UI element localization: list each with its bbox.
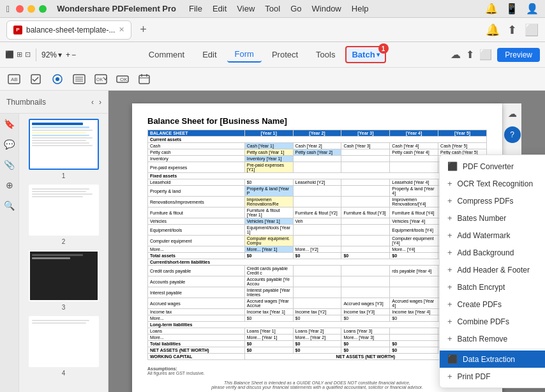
menu-tool[interactable]: Tool (265, 4, 280, 13)
ocr-icon: + (447, 179, 452, 188)
thumbnail-page-4[interactable]: 4 (29, 316, 99, 377)
text-field-tool[interactable]: AB (5, 70, 23, 88)
attachment-icon[interactable]: 📎 (4, 160, 15, 170)
row-furniture: Furniture & fitout (148, 207, 245, 218)
preview-button[interactable]: Preview (497, 48, 540, 62)
menu-bates[interactable]: + Bates Number (440, 209, 545, 227)
row-cc: Credit cards payable (148, 266, 245, 276)
menu-edit[interactable]: Edit (213, 4, 227, 13)
menu-create-pdfs[interactable]: + Create PDFs (440, 296, 545, 313)
menu-encrypt[interactable]: + Batch Encrypt (440, 278, 545, 296)
menu-watermark[interactable]: + Add Watermark (440, 227, 545, 244)
lh-y2: Leasehold [Y2] (293, 179, 341, 186)
upload-icon[interactable]: ⬆ (466, 49, 474, 61)
veh-y2: Veh (293, 218, 341, 225)
thumbnail-page-2[interactable]: 2 (29, 185, 99, 245)
menu-batch-remove[interactable]: + Batch Remove 2 (440, 330, 545, 347)
right-icon-1[interactable]: ☁ (508, 109, 517, 119)
dropdown-tool[interactable]: OK (92, 70, 110, 88)
menu-header-footer[interactable]: + Add Header & Footer (440, 261, 545, 278)
menu-background[interactable]: + Add Background (440, 244, 545, 261)
nav-edit[interactable]: Edit (195, 47, 224, 62)
cc-y1: Credit cards payable Credit c (244, 266, 293, 276)
layers-icon[interactable]: ⊕ (6, 180, 13, 190)
nav-comment[interactable]: Comment (141, 47, 192, 62)
menu-file[interactable]: File (189, 4, 202, 13)
tl-y1: $0 (244, 341, 293, 347)
menu-pdf-converter[interactable]: ⬛ PDF Converter (440, 158, 545, 175)
menu-go[interactable]: Go (290, 4, 301, 13)
new-tab-button[interactable]: + (134, 21, 152, 39)
thumbnails-label: Thumbnails (6, 98, 46, 107)
main-toolbar: ⬛ ⊞ ⊡ 92% ▾ + − Comment Edit Form Protec… (0, 42, 545, 68)
search-icon[interactable]: 🔍 (4, 200, 15, 211)
sidebar-next-icon[interactable]: › (99, 98, 101, 107)
mc-y2: $0 (293, 315, 341, 322)
batch-dropdown-icon: ▾ (377, 51, 380, 58)
thumbnails-area: 1 2 (19, 114, 108, 392)
zoom-control[interactable]: 92% ▾ + − (41, 50, 76, 59)
maximize-button[interactable] (39, 5, 47, 13)
sidebar-nav: 🔖 💬 📎 ⊕ 🔍 (0, 114, 19, 392)
notifications-icon[interactable]: 🔔 (486, 23, 500, 37)
col-header-y2: [Year 2] (293, 130, 341, 137)
close-button[interactable] (16, 5, 24, 13)
nav-tools[interactable]: Tools (308, 47, 343, 62)
profile-icon[interactable]: 👤 (526, 3, 539, 15)
row-more-lt: More... (148, 335, 245, 341)
sidebar-prev-icon[interactable]: ‹ (91, 98, 94, 107)
ta-y2: $0 (293, 253, 341, 259)
document-tab[interactable]: P balance-sheet-template-... ✕ (6, 20, 131, 40)
menu-print-pdf[interactable]: + Print PDF (440, 368, 545, 385)
nav-batch[interactable]: Batch ▾ 1 (345, 46, 385, 63)
nav-protect[interactable]: Protect (264, 47, 306, 62)
toolbar-icon-3[interactable]: ⊡ (25, 50, 31, 59)
toolbar-icon-2[interactable]: ⊞ (17, 50, 22, 59)
bookmark-icon[interactable]: 🔖 (4, 119, 15, 129)
button-tool[interactable]: OK (114, 70, 131, 88)
menu-help[interactable]: Help (352, 4, 369, 13)
eq-y1: Equipment/tools [Year 1] (244, 225, 293, 236)
tab-bar: P balance-sheet-template-... ✕ + 🔔 ⬆ ⬜ (0, 18, 545, 42)
device-icon[interactable]: 📱 (505, 3, 518, 15)
menu-compress[interactable]: + Compress PDFs (440, 192, 545, 209)
date-tool[interactable] (135, 70, 153, 88)
notification-icon[interactable]: 🔔 (485, 3, 498, 15)
svg-rect-13 (139, 75, 149, 84)
petty-y3 (341, 149, 390, 156)
comment-sidebar-icon[interactable]: 💬 (4, 139, 15, 149)
share-icon[interactable]: ⬆ (507, 23, 517, 37)
tab-bar-actions: 🔔 ⬆ ⬜ (486, 23, 539, 37)
toolbar-icon-1[interactable]: ⬛ (5, 50, 14, 59)
prop-y2 (293, 186, 341, 197)
page-number-4: 4 (62, 370, 66, 377)
col-header-y5: [Year 5] (438, 130, 487, 137)
minimize-button[interactable] (27, 5, 35, 13)
expand-icon[interactable]: ⬜ (525, 23, 539, 37)
menu-view[interactable]: View (237, 4, 255, 13)
row-net-assets: NET ASSETS (NET WORTH) (148, 347, 245, 354)
pdf-title: Balance Sheet for [Business Name] (147, 116, 487, 126)
menu-combine[interactable]: + Combine PDFs (440, 313, 545, 330)
toolbar-separator-1 (36, 49, 36, 61)
tab-close-button[interactable]: ✕ (119, 26, 124, 34)
zoom-out-button[interactable]: − (71, 50, 76, 59)
menu-ocr[interactable]: + OCR Text Recognition (440, 175, 545, 192)
cloud-icon[interactable]: ☁ (451, 49, 461, 61)
it-y4: Income tax [Year 4] (390, 309, 438, 315)
zoom-in-button[interactable]: + (66, 50, 70, 59)
pdf-icon: P (13, 26, 22, 34)
checkbox-tool[interactable] (27, 70, 45, 88)
pre-y1: Pre-paid expenses [Y1] (244, 162, 293, 173)
nav-form[interactable]: Form (227, 47, 262, 63)
menu-window[interactable]: Window (312, 4, 341, 13)
thumbnail-page-1[interactable]: 1 (29, 119, 99, 179)
thumbnail-page-3[interactable]: 3 (29, 250, 99, 311)
help-button[interactable]: ? (504, 126, 521, 143)
menu-data-extraction[interactable]: ⬛ Data Extraction (440, 351, 545, 368)
list-tool[interactable] (70, 70, 88, 88)
sidebar-header: Thumbnails ‹ › (0, 91, 108, 114)
row-more-curr: More... (148, 315, 245, 322)
radio-tool[interactable] (49, 70, 66, 88)
view-icon[interactable]: ⬜ (479, 49, 492, 61)
